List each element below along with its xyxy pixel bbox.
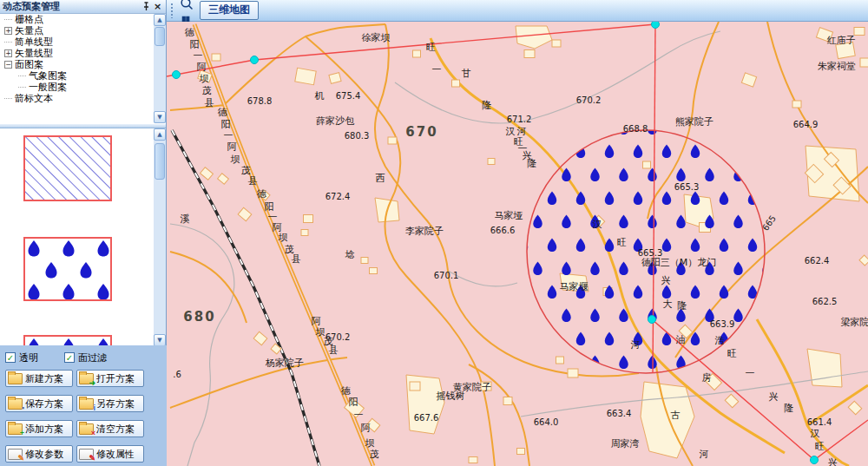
map-label: 溪 xyxy=(181,213,190,226)
plan-button-label: 修改参数 xyxy=(25,448,63,461)
map-label: 671.2 xyxy=(507,115,532,124)
map-label: 阿 xyxy=(197,61,207,74)
map-label: 672.4 xyxy=(326,192,351,201)
map-label: 阳 xyxy=(265,200,274,213)
map-label: 675.4 xyxy=(336,91,361,101)
map-label: 德 xyxy=(218,106,227,119)
map-label: 阿 xyxy=(312,315,321,328)
scroll-down-icon[interactable]: ▼ xyxy=(154,111,166,123)
map-label: 一 xyxy=(224,129,233,142)
map-label: 阳 xyxy=(221,118,231,131)
map-label: 杨家院子 xyxy=(266,357,304,370)
map-label: 县 xyxy=(248,174,258,187)
close-icon[interactable]: × xyxy=(152,1,163,12)
map-label: 坝 xyxy=(200,72,209,85)
map-label: 茂 xyxy=(202,84,212,97)
map-label: 阿 xyxy=(361,422,371,435)
checkbox-icon[interactable]: ✓ xyxy=(5,352,16,363)
expand-plus-icon[interactable]: + xyxy=(4,49,12,57)
map-label: 薛家沙包 xyxy=(316,115,354,128)
map-label: 茂 xyxy=(324,335,333,348)
pin-icon[interactable] xyxy=(141,1,152,12)
map-label: 662.5 xyxy=(812,297,838,306)
clear-plan-icon: × xyxy=(79,423,94,435)
diagonal-hatch-swatch[interactable] xyxy=(23,135,112,201)
tree-item-面图案[interactable]: −面图案 xyxy=(0,59,166,70)
map-label: 河 xyxy=(517,125,527,138)
edit-props-icon: ✎ xyxy=(79,449,94,460)
raindrop-swatch[interactable] xyxy=(23,237,112,301)
collapse-minus-icon[interactable]: − xyxy=(4,61,12,69)
map-label: 664.9 xyxy=(793,120,819,129)
filter-面过滤[interactable]: ✓面过滤 xyxy=(64,351,107,364)
tree-item-label: 箭标文本 xyxy=(15,92,53,105)
修改参数-button[interactable]: ✎修改参数 xyxy=(5,445,73,463)
checkbox-icon[interactable]: ✓ xyxy=(64,352,75,363)
map-label: 浩 xyxy=(715,334,725,347)
tree-item-气象图案[interactable]: 气象图案 xyxy=(0,70,166,82)
map-label: 油 xyxy=(676,333,686,346)
map-label: 661.4 xyxy=(807,417,832,427)
打开方案-button[interactable]: ➜打开方案 xyxy=(76,370,144,387)
map-label: 甘 xyxy=(462,67,471,80)
map-label: 河 xyxy=(700,448,709,461)
map-label: 摇钱树 xyxy=(437,390,465,403)
map-label: 梁家院 xyxy=(841,316,868,329)
另存方案-button[interactable]: i另存方案 xyxy=(76,395,144,412)
map-label: 670.2 xyxy=(576,95,602,105)
new-plan-icon xyxy=(8,373,23,384)
map-label: 一 xyxy=(354,409,364,422)
map-canvas[interactable]: 徐家坝德阳一阿坝茂县德阳一阿坝茂县德阳一阿坝茂县阿坝茂县德阳一阿坝茂旺一甘隆67… xyxy=(167,22,868,466)
plan-button-label: 修改属性 xyxy=(96,448,135,461)
scroll-down-icon[interactable]: ▼ xyxy=(154,334,166,346)
plan-button-label: 清空方案 xyxy=(96,423,135,436)
previous-extent-tool[interactable] xyxy=(175,0,195,12)
map-label: 兴 xyxy=(661,274,671,287)
pattern-scroll-thumb[interactable] xyxy=(155,143,165,180)
tree-scrollbar[interactable]: ▲ ▼ xyxy=(154,14,166,123)
map-label: 隆 xyxy=(785,402,794,415)
app-window: 动态预案管理 × ▲ ▼ 栅格点+矢量点简单线型+矢量线型−面图案气象图案一般图… xyxy=(0,0,868,466)
tree-connector xyxy=(4,42,12,43)
save-plan-icon: ▪ xyxy=(8,398,23,410)
toolbar-grip[interactable] xyxy=(170,3,174,18)
map-label: 汉 xyxy=(506,125,516,138)
map-label: 663.9 xyxy=(710,319,735,329)
map-label: 茂 xyxy=(370,448,379,461)
添加方案-button[interactable]: +添加方案 xyxy=(5,420,73,437)
清空方案-button[interactable]: ×清空方案 xyxy=(76,420,144,437)
map-label: 隆 xyxy=(528,157,537,170)
filter-label: 面过滤 xyxy=(78,351,107,364)
tree-scroll-thumb[interactable] xyxy=(155,27,165,46)
map-label: 665.3 xyxy=(638,248,663,258)
map-label: 县 xyxy=(292,253,301,266)
filter-透明[interactable]: ✓透明 xyxy=(5,351,38,364)
map-3d-button[interactable]: 三维地图 xyxy=(200,1,259,20)
pattern-list: ▲ ▼ xyxy=(0,128,166,346)
filter-row: ✓透明✓面过滤 xyxy=(5,351,163,364)
scroll-up-icon[interactable]: ▲ xyxy=(154,14,166,26)
tree-item-箭标文本[interactable]: 箭标文本 xyxy=(0,93,166,104)
map-label: 古 xyxy=(671,409,681,422)
保存方案-button[interactable]: ▪保存方案 xyxy=(5,395,73,412)
expand-plus-icon[interactable]: + xyxy=(4,27,12,35)
map-label: 县 xyxy=(329,344,339,357)
map-label: 665.3 xyxy=(674,182,700,192)
panel-titlebar: 动态预案管理 × xyxy=(0,0,166,14)
map-label: 西 xyxy=(376,172,385,185)
map-label: 680 xyxy=(183,309,215,325)
map-label: 旺 xyxy=(514,135,523,148)
layer-tree: ▲ ▼ 栅格点+矢量点简单线型+矢量线型−面图案气象图案一般图案箭标文本 xyxy=(0,14,166,123)
map-label: 坝 xyxy=(231,153,240,166)
map-label: 马家堰 xyxy=(560,280,589,293)
map-label: 阿 xyxy=(273,221,282,234)
tree-connector xyxy=(18,75,26,76)
修改属性-button[interactable]: ✎修改属性 xyxy=(76,445,144,463)
pattern-scrollbar[interactable]: ▲ ▼ xyxy=(154,128,166,346)
scroll-up-icon[interactable]: ▲ xyxy=(154,128,166,141)
新建方案-button[interactable]: 新建方案 xyxy=(5,370,73,387)
map-label: 旺 xyxy=(426,41,436,54)
map-label: 朱家祠堂 xyxy=(818,60,856,73)
map-label: 670 xyxy=(405,124,437,140)
plan-manager-panel: 动态预案管理 × ▲ ▼ 栅格点+矢量点简单线型+矢量线型−面图案气象图案一般图… xyxy=(0,0,167,466)
